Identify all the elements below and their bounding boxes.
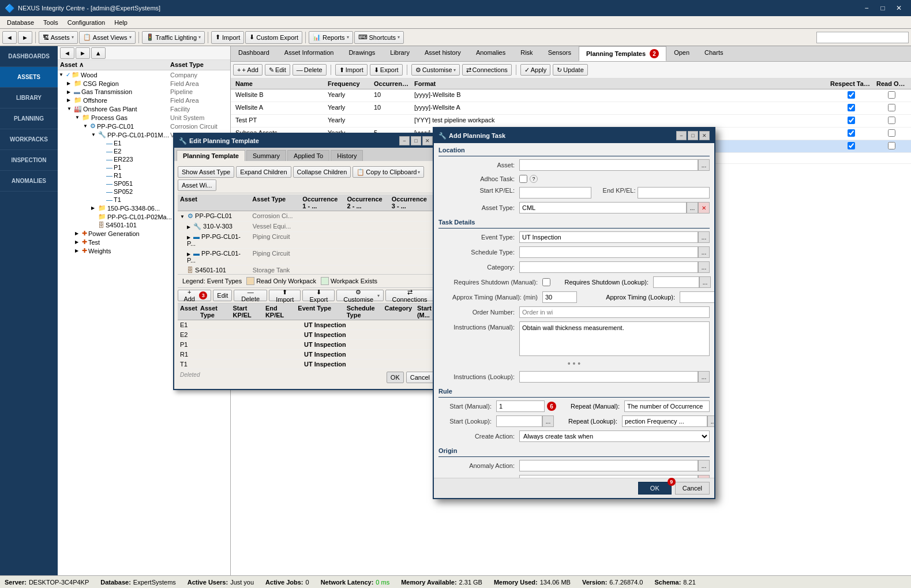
tree-expand-processgas[interactable]: ▼	[75, 115, 82, 120]
tree-item-processgas[interactable]: ▼ 📁 Process Gas Unit System	[58, 113, 230, 122]
asset-up-button[interactable]: ▲	[91, 47, 106, 59]
check-readonly-a[interactable]	[888, 104, 895, 111]
edit-row-s4501[interactable]: 🗄 S4501-101 Storage Tank	[178, 265, 434, 275]
edit-row-ppgcl01p1[interactable]: ▶ ▬ PP-PG-CL01-P... Piping Circuit	[178, 232, 434, 249]
grid-delete-button[interactable]: — Delete	[293, 64, 327, 76]
tab-risk[interactable]: Risk	[513, 46, 540, 61]
edit-ok-button[interactable]: OK	[387, 372, 404, 383]
adhoc-checkbox[interactable]	[519, 175, 527, 183]
repeat-lookup-browse[interactable]: ...	[707, 415, 714, 427]
approx-timing-lookup-input[interactable]	[680, 291, 714, 303]
check-ppgcl01[interactable]	[848, 142, 855, 149]
adhoc-help-icon[interactable]: ?	[530, 175, 538, 183]
sub-row-t1[interactable]: T1 UT Inspection	[178, 359, 434, 369]
dialog-ok-button[interactable]: OK 9	[638, 482, 672, 495]
sub-import-button[interactable]: ⬆ Import	[269, 290, 301, 301]
sub-delete-button[interactable]: — Delete	[234, 290, 267, 301]
search-input[interactable]	[816, 32, 909, 43]
menu-help[interactable]: Help	[110, 18, 132, 27]
start-lookup-input[interactable]	[496, 415, 542, 427]
shutdown-manual-checkbox[interactable]	[542, 278, 550, 286]
edit-tab-applied-to[interactable]: Applied To	[287, 150, 329, 161]
tree-item-offshore[interactable]: ▶ 📁 Offshore Field Area	[58, 96, 230, 104]
category-input[interactable]	[519, 261, 698, 273]
check-readonly-testpt[interactable]	[888, 117, 895, 124]
tree-expand-onshore[interactable]: ▼	[67, 106, 74, 111]
nav-workpacks[interactable]: WORKPACKS	[0, 129, 58, 150]
asset-type-clear-button[interactable]: ✕	[698, 202, 710, 214]
asset-back-button[interactable]: ◄	[60, 47, 74, 59]
grid-connections-button[interactable]: ⇄ Connections	[462, 64, 512, 76]
nav-library[interactable]: LIBRARY	[0, 88, 58, 108]
grid-row-wellsite-a[interactable]: Wellsite A Yearly 10 [yyyy]-Wellsite A	[231, 102, 911, 115]
check-readonly-b[interactable]	[888, 91, 895, 99]
tree-expand-csg[interactable]: ▶	[67, 81, 74, 86]
asset-forward-button[interactable]: ►	[76, 47, 90, 59]
sub-add-button[interactable]: + Add 3	[178, 290, 211, 301]
tree-expand-cl01[interactable]: ▼	[83, 123, 90, 129]
edit-tab-summary[interactable]: Summary	[246, 150, 286, 161]
sub-connections-button[interactable]: ⇄ Connections	[385, 290, 434, 301]
asset-type-input[interactable]	[519, 202, 687, 214]
sub-row-e2[interactable]: E2 UT Inspection	[178, 330, 434, 340]
check-readonly-subsea[interactable]	[888, 129, 895, 137]
edit-row-310v[interactable]: ▶ 🔧 310-V-303 Vessel Equi...	[178, 222, 434, 232]
check-wellsite-b[interactable]	[848, 91, 855, 99]
reports-button[interactable]: 📊 Reports ▾	[309, 31, 353, 44]
tab-anomalies[interactable]: Anomalies	[468, 46, 513, 61]
tree-item-wood[interactable]: ▼ ✓ 📁 Wood Company	[58, 70, 230, 79]
tab-dashboard[interactable]: Dashboard	[231, 46, 277, 61]
schedule-type-browse-button[interactable]: ...	[698, 246, 710, 258]
dialog-cancel-button[interactable]: Cancel	[675, 482, 710, 495]
tab-library[interactable]: Library	[383, 46, 417, 61]
start-kp-input[interactable]	[519, 187, 591, 199]
instructions-lookup-input[interactable]	[519, 371, 698, 383]
tab-asset-history[interactable]: Asset history	[417, 46, 468, 61]
asset-type-browse-button[interactable]: ...	[687, 202, 698, 214]
shutdown-lookup-input[interactable]	[653, 276, 699, 288]
asset-views-button[interactable]: 📋 Asset Views ▾	[79, 31, 136, 44]
schedule-type-input[interactable]	[519, 246, 698, 258]
sub-row-r1[interactable]: R1 UT Inspection	[178, 350, 434, 359]
close-button[interactable]: ✕	[891, 3, 906, 13]
copy-to-clipboard-button[interactable]: 📋 Copy to Clipboard ▾	[353, 166, 424, 178]
maximize-button[interactable]: □	[875, 3, 890, 13]
order-number-input[interactable]	[519, 306, 710, 318]
anomaly-action-browse[interactable]: ...	[698, 460, 710, 471]
check-testpt[interactable]	[848, 117, 855, 124]
shutdown-lookup-browse[interactable]: ...	[699, 276, 711, 288]
tree-expand-offshore[interactable]: ▶	[67, 98, 74, 103]
expand-children-button[interactable]: Expand Children	[236, 166, 291, 178]
assets-button[interactable]: 🏗 Assets ▾	[39, 31, 78, 44]
check-wellsite-a[interactable]	[848, 104, 855, 111]
create-action-select[interactable]: Always create task when	[519, 430, 710, 442]
menu-configuration[interactable]: Configuration	[63, 18, 110, 27]
grid-edit-button[interactable]: ✎ Edit	[265, 64, 290, 76]
check-subsea[interactable]	[848, 129, 855, 137]
instructions-manual-textarea[interactable]: Obtain wall thickness measurement.	[519, 321, 710, 356]
nav-assets[interactable]: ASSETS	[0, 67, 58, 88]
grid-import-button[interactable]: ⬆ Import	[335, 64, 368, 76]
event-type-input[interactable]	[519, 231, 698, 243]
instructions-lookup-browse[interactable]: ...	[698, 371, 710, 383]
tree-item-cl01[interactable]: ▼ ⚙ PP-PG-CL01 Corrosion Circuit	[58, 122, 230, 130]
import-button[interactable]: ⬆ Import	[211, 31, 244, 44]
tree-expand-wood[interactable]: ▼	[59, 72, 66, 77]
grid-row-testpt[interactable]: Test PT Yearly [YYY] test pipeline workp…	[231, 115, 911, 128]
tree-expand-p01me[interactable]: ▼	[91, 132, 98, 137]
nav-planning[interactable]: PLANNING	[0, 108, 58, 129]
repeat-manual-input[interactable]	[624, 400, 710, 412]
traffic-lighting-button[interactable]: 🚦 Traffic Lighting ▾	[142, 31, 205, 44]
update-button[interactable]: ↻ Update	[553, 64, 587, 76]
tab-open[interactable]: Open	[666, 46, 697, 61]
nav-forward-button[interactable]: ►	[18, 31, 32, 44]
details-clear-button[interactable]: ✕	[698, 475, 710, 478]
edit-cancel-button[interactable]: Cancel	[406, 372, 434, 383]
minimize-button[interactable]: −	[859, 3, 874, 13]
check-readonly-ppgcl01[interactable]	[888, 142, 895, 149]
nav-anomalies[interactable]: ANOMALIES	[0, 171, 58, 192]
end-kp-input[interactable]	[638, 187, 710, 199]
edit-window-minimize[interactable]: −	[399, 136, 410, 145]
edit-tab-planning[interactable]: Planning Template	[177, 150, 245, 161]
approx-timing-manual-input[interactable]	[542, 291, 577, 303]
